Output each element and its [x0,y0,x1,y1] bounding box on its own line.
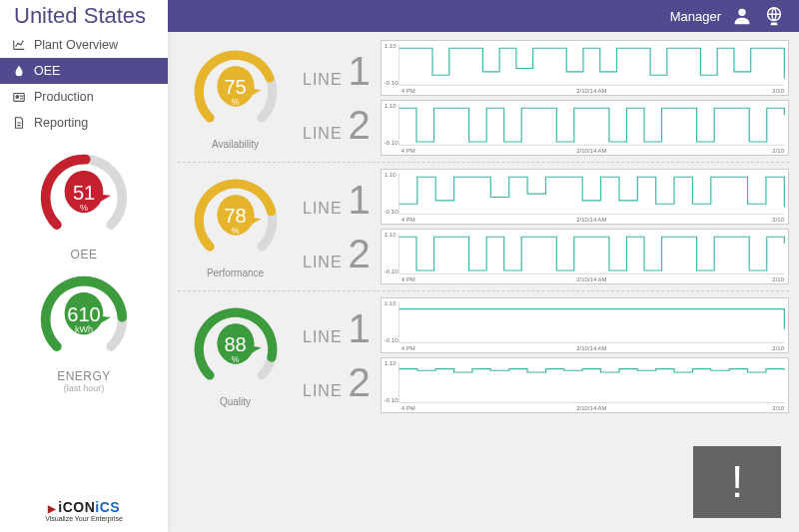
line-label-1: LINE1 [303,53,371,89]
line-label-1: LINE1 [303,182,371,218]
app-header: United States Manager [0,0,799,32]
nav-item-reporting[interactable]: Reporting [0,110,168,136]
brand-logo: ▶iCONiCS Visualize Your Enterprise [0,493,168,532]
trend-chart-availability-line1[interactable]: 1.10 -0.10 4 PM 2/10/14 AM 2/10 [381,40,789,96]
trend-chart-quality-line1[interactable]: 1.10 -0.10 4 PM 2/10/14 AM 2/10 [381,297,789,353]
alert-panel[interactable]: ! [693,446,781,518]
gauge-quality[interactable]: 88% [190,303,282,395]
nav-list: Plant Overview OEE Production [0,32,168,136]
trend-chart-availability-line2[interactable]: 1.10 -0.10 4 PM 2/10/14 AM 2/10 [381,100,789,156]
gauge-energy-label: ENERGY [57,369,111,383]
user-role: Manager [670,9,721,24]
nav-item-production[interactable]: Production [0,84,168,110]
metric-row-performance: 78%PerformanceLINE1LINE2 1.10 -0.10 4 PM… [178,169,789,291]
main-content: 75%AvailabilityLINE1LINE2 1.10 -0.10 4 P… [168,32,799,532]
line-label-2: LINE2 [303,107,371,143]
page-title: United States [0,0,168,32]
badge-icon [12,90,26,104]
svg-point-3 [16,96,19,99]
metric-row-quality: 88%QualityLINE1LINE2 1.10 -0.10 4 PM 2/1… [178,297,789,419]
nav-item-oee[interactable]: OEE [0,58,168,84]
gauge-oee-label: OEE [71,248,98,262]
line-label-1: LINE1 [303,310,371,346]
gauge-energy[interactable]: 610kWh ENERGY (last hour) [36,271,132,393]
gauge-label: Quality [220,396,251,407]
metric-row-availability: 75%AvailabilityLINE1LINE2 1.10 -0.10 4 P… [178,40,789,163]
chart-icon [12,38,26,52]
trend-chart-performance-line1[interactable]: 1.10 -0.10 4 PM 2/10/14 AM 2/10 [381,169,789,225]
avatar-icon[interactable] [731,5,753,27]
nav-label: Reporting [34,116,88,130]
nav-label: Production [34,90,94,104]
line-label-2: LINE2 [303,364,371,400]
gauge-label: Availability [212,139,259,150]
sidebar: Plant Overview OEE Production [0,32,168,532]
doc-icon [12,116,26,130]
drop-icon [12,64,26,78]
nav-item-plant-overview[interactable]: Plant Overview [0,32,168,58]
gauge-oee[interactable]: 51% OEE [36,150,132,262]
gauge-label: Performance [207,267,264,278]
gauge-performance[interactable]: 78% [190,175,282,266]
globe-icon[interactable] [763,5,785,27]
alert-icon: ! [731,457,743,507]
gauge-availability[interactable]: 75% [190,46,282,138]
line-label-2: LINE2 [303,236,371,271]
nav-label: OEE [34,64,60,78]
trend-chart-performance-line2[interactable]: 1.10 -0.10 4 PM 2/10/14 AM 2/10 [381,229,789,284]
nav-label: Plant Overview [34,38,118,52]
trend-chart-quality-line2[interactable]: 1.10 -0.10 4 PM 2/10/14 AM 2/10 [381,357,789,413]
svg-point-0 [738,9,745,16]
gauge-energy-sublabel: (last hour) [64,383,105,393]
